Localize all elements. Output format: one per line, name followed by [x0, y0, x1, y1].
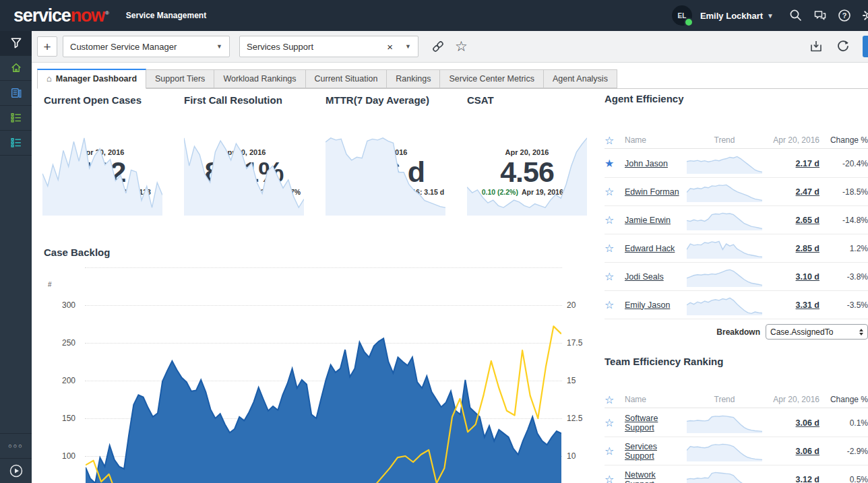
row-star-icon[interactable]: ☆ [604, 270, 625, 283]
table-row: ☆ Services Support 3.06 d -2.9% [604, 437, 868, 465]
change-percent: 0.1% [819, 418, 868, 428]
tab-workload-rankings[interactable]: Workload Rankings [214, 69, 305, 88]
trend-sparkline [685, 238, 764, 259]
row-star-icon[interactable]: ☆ [604, 242, 625, 255]
agent-link[interactable]: John Jason [625, 159, 668, 168]
gear-icon[interactable] [861, 8, 868, 23]
chat-icon[interactable] [813, 8, 828, 23]
primary-action-button[interactable] [863, 36, 868, 57]
row-star-icon[interactable]: ☆ [604, 214, 625, 226]
value-link[interactable]: 3.10 d [796, 272, 819, 282]
home-icon [9, 61, 23, 75]
user-menu[interactable]: Emily Lockhart [700, 11, 763, 21]
row-star-icon[interactable]: ☆ [604, 473, 625, 483]
star-column-icon[interactable]: ☆ [604, 393, 625, 406]
kpi-title-open-cases: Current Open Cases [44, 94, 142, 106]
sidebar-item-reports[interactable] [0, 81, 32, 106]
clear-filter-icon[interactable]: × [380, 41, 398, 53]
checklist-teal-icon [9, 136, 23, 150]
checklist-icon [9, 111, 23, 125]
row-star-icon[interactable]: ☆ [604, 445, 625, 457]
kpi-card-mttr[interactable]: Apr 20, 2016 3.06 d ▼ 0.09 (-2.9%)Apr 19… [326, 125, 445, 216]
team-link[interactable]: Software Support [625, 414, 658, 432]
y-axis-tick-left: 150 [55, 414, 75, 423]
breakdown-select[interactable]: Case.AssignedTo [766, 324, 868, 340]
sidebar-item-queue[interactable] [0, 131, 32, 156]
tab-support-tiers[interactable]: Support Tiers [146, 69, 214, 88]
trend-sparkline [685, 413, 764, 433]
user-menu-caret-icon[interactable]: ▼ [767, 12, 774, 20]
table-row: ☆ Edward Hack 2.85 d 1.2% [604, 234, 868, 263]
search-icon[interactable] [788, 8, 803, 23]
case-backlog-chart [86, 263, 561, 483]
trend-sparkline [685, 210, 764, 230]
col-name: Name [625, 395, 685, 404]
sidebar-play-button[interactable] [0, 458, 32, 483]
chevron-down-icon[interactable]: ▼ [398, 43, 411, 50]
import-icon[interactable] [809, 39, 824, 54]
star-column-icon[interactable]: ☆ [604, 134, 625, 147]
select-stepper-icon [859, 329, 863, 335]
avatar[interactable]: EL [672, 5, 692, 26]
value-link[interactable]: 2.17 d [796, 159, 819, 168]
toolbar-right-cluster [809, 36, 868, 57]
table-row: ★ John Jason 2.17 d -20.4% [604, 150, 868, 178]
report-icon [9, 86, 23, 100]
agent-link[interactable]: Edward Hack [625, 244, 675, 253]
favorite-star-icon[interactable]: ☆ [455, 39, 468, 54]
sidebar-item-tasklist[interactable] [0, 106, 32, 131]
value-link[interactable]: 3.12 d [796, 475, 819, 483]
row-star-icon[interactable]: ☆ [604, 298, 625, 311]
servicenow-dashboard: servicenow® Service Management EL Emily … [0, 0, 868, 483]
kpi-card-fcr[interactable]: Apr 20, 2016 85.1% ▼ 5.7 (-6.3%)Apr 19, … [184, 125, 304, 216]
row-star-icon[interactable]: ☆ [604, 416, 625, 429]
help-icon[interactable]: ? [837, 8, 852, 23]
dashboard-picker-value: Customer Service Manager [70, 42, 177, 52]
agent-link[interactable]: Jamie Erwin [625, 216, 671, 225]
servicenow-logo[interactable]: servicenow® [13, 7, 108, 25]
agent-link[interactable]: Jodi Seals [625, 272, 664, 282]
chevron-down-icon[interactable]: ▼ [210, 43, 222, 50]
sidebar-item-filter[interactable] [0, 31, 32, 56]
trend-sparkline [685, 154, 764, 174]
sidebar-more-button[interactable]: ○○○ [0, 433, 32, 458]
value-link[interactable]: 2.47 d [796, 187, 819, 197]
row-star-icon[interactable]: ★ [604, 157, 625, 170]
tab-service-center-metrics[interactable]: Service Center Metrics [440, 69, 543, 88]
value-link[interactable]: 2.65 d [796, 216, 819, 225]
breakdown-filter-picker[interactable]: Services Support × ▼ [239, 36, 418, 57]
more-dots-icon: ○○○ [8, 443, 23, 449]
refresh-icon[interactable] [836, 39, 850, 54]
kpi-title-fcr: First Call Resolution [184, 94, 282, 106]
right-panel: Agent Efficiency ☆ Name Trend Apr 20, 20… [593, 62, 868, 483]
tab-current-situation[interactable]: Current Situation [306, 69, 388, 88]
add-dashboard-button[interactable]: + [37, 36, 57, 57]
product-title: Service Management [126, 11, 206, 20]
table-row: ☆ Network Support 3.12 d 0.5% [604, 465, 868, 483]
change-percent: 1.2% [819, 244, 868, 253]
agent-link[interactable]: Edwin Forman [625, 187, 679, 197]
value-link[interactable]: 2.85 d [796, 244, 819, 253]
y-axis-tick-left: 250 [55, 338, 75, 348]
sidebar-item-home[interactable] [0, 56, 32, 81]
svg-text:?: ? [842, 11, 847, 20]
breakdown-filter-value: Services Support [247, 42, 313, 52]
col-trend: Trend [685, 395, 764, 404]
value-link[interactable]: 3.06 d [796, 418, 819, 428]
dashboard-picker[interactable]: Customer Service Manager ▼ [63, 36, 230, 57]
y-axis-tick-left: 300 [55, 300, 75, 310]
table-row: ☆ Jodi Seals 3.10 d -3.8% [604, 263, 868, 291]
agent-link[interactable]: Emily Jason [625, 300, 670, 310]
team-link[interactable]: Network Support [625, 470, 656, 483]
tab-manager-dashboard[interactable]: ⌂Manager Dashboard [37, 69, 146, 89]
value-link[interactable]: 3.31 d [796, 300, 819, 310]
agent-efficiency-title: Agent Efficiency [604, 93, 868, 104]
row-star-icon[interactable]: ☆ [604, 185, 625, 198]
kpi-card-csat[interactable]: Apr 20, 2016 4.56 ▲ 0.10 (2.2%)Apr 19, 2… [467, 125, 587, 216]
link-icon[interactable] [431, 39, 445, 54]
value-link[interactable]: 3.06 d [796, 447, 819, 456]
change-percent: -18.5% [819, 187, 868, 197]
team-link[interactable]: Services Support [625, 442, 657, 461]
tab-rankings[interactable]: Rankings [387, 69, 440, 88]
kpi-card-open-cases[interactable]: Apr 20, 2016 132 ▲ 9 (7.3%)Apr 19, 2016:… [42, 125, 162, 216]
